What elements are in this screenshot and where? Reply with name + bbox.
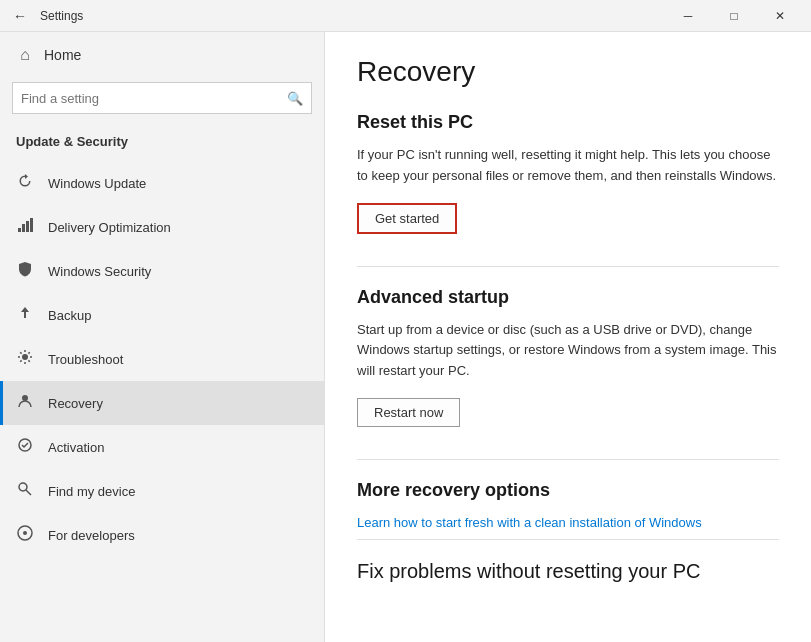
page-title: Recovery xyxy=(357,56,779,88)
recovery-icon xyxy=(16,393,34,413)
sidebar-item-backup[interactable]: Backup xyxy=(0,293,324,337)
sidebar-item-for-developers-label: For developers xyxy=(48,528,135,543)
sidebar-item-delivery-optimization-label: Delivery Optimization xyxy=(48,220,171,235)
windows-security-icon xyxy=(16,261,34,281)
sidebar-item-troubleshoot-label: Troubleshoot xyxy=(48,352,123,367)
svg-rect-0 xyxy=(18,228,21,232)
back-icon: ← xyxy=(13,8,27,24)
sidebar-item-backup-label: Backup xyxy=(48,308,91,323)
advanced-section-title: Advanced startup xyxy=(357,287,779,308)
svg-line-8 xyxy=(26,490,31,495)
sidebar-items: Windows UpdateDelivery OptimizationWindo… xyxy=(0,161,324,557)
restart-now-button[interactable]: Restart now xyxy=(357,398,460,427)
divider-1 xyxy=(357,266,779,267)
window-controls: ─ □ ✕ xyxy=(665,0,803,32)
get-started-button[interactable]: Get started xyxy=(357,203,457,234)
sidebar-item-troubleshoot[interactable]: Troubleshoot xyxy=(0,337,324,381)
sidebar-item-find-my-device-label: Find my device xyxy=(48,484,135,499)
app-title: Settings xyxy=(40,9,665,23)
find-my-device-icon xyxy=(16,481,34,501)
for-developers-icon xyxy=(16,525,34,545)
sidebar-item-delivery-optimization[interactable]: Delivery Optimization xyxy=(0,205,324,249)
search-input[interactable] xyxy=(21,91,287,106)
sidebar-item-windows-update-label: Windows Update xyxy=(48,176,146,191)
svg-point-5 xyxy=(22,395,28,401)
sidebar-item-windows-security-label: Windows Security xyxy=(48,264,151,279)
reset-section-title: Reset this PC xyxy=(357,112,779,133)
sidebar-item-windows-security[interactable]: Windows Security xyxy=(0,249,324,293)
svg-rect-1 xyxy=(22,224,25,232)
minimize-button[interactable]: ─ xyxy=(665,0,711,32)
troubleshoot-icon xyxy=(16,349,34,369)
main-container: ⌂ Home 🔍 Update & Security Windows Updat… xyxy=(0,32,811,642)
svg-point-7 xyxy=(19,483,27,491)
maximize-button[interactable]: □ xyxy=(711,0,757,32)
sidebar-item-windows-update[interactable]: Windows Update xyxy=(0,161,324,205)
clean-install-link[interactable]: Learn how to start fresh with a clean in… xyxy=(357,515,702,530)
sidebar-home-label: Home xyxy=(44,47,81,63)
divider-2 xyxy=(357,459,779,460)
home-icon: ⌂ xyxy=(16,46,34,64)
search-box[interactable]: 🔍 xyxy=(12,82,312,114)
sidebar-item-recovery[interactable]: Recovery xyxy=(0,381,324,425)
content-area: Recovery Reset this PC If your PC isn't … xyxy=(325,32,811,642)
reset-section-desc: If your PC isn't running well, resetting… xyxy=(357,145,779,187)
svg-point-10 xyxy=(23,531,27,535)
sidebar-section-title: Update & Security xyxy=(0,126,324,161)
sidebar-item-activation-label: Activation xyxy=(48,440,104,455)
back-button[interactable]: ← xyxy=(8,4,32,28)
svg-rect-2 xyxy=(26,221,29,232)
divider-3 xyxy=(357,539,779,540)
sidebar-item-find-my-device[interactable]: Find my device xyxy=(0,469,324,513)
activation-icon xyxy=(16,437,34,457)
svg-rect-3 xyxy=(30,218,33,232)
close-button[interactable]: ✕ xyxy=(757,0,803,32)
delivery-optimization-icon xyxy=(16,217,34,237)
more-section-title: More recovery options xyxy=(357,480,779,501)
backup-icon xyxy=(16,305,34,325)
advanced-section-desc: Start up from a device or disc (such as … xyxy=(357,320,779,382)
windows-update-icon xyxy=(16,173,34,193)
title-bar: ← Settings ─ □ ✕ xyxy=(0,0,811,32)
sidebar-item-recovery-label: Recovery xyxy=(48,396,103,411)
sidebar-item-for-developers[interactable]: For developers xyxy=(0,513,324,557)
sidebar: ⌂ Home 🔍 Update & Security Windows Updat… xyxy=(0,32,325,642)
sidebar-item-home[interactable]: ⌂ Home xyxy=(0,32,324,78)
sidebar-item-activation[interactable]: Activation xyxy=(0,425,324,469)
fix-section-title: Fix problems without resetting your PC xyxy=(357,560,779,583)
search-icon: 🔍 xyxy=(287,91,303,106)
svg-point-4 xyxy=(22,354,28,360)
